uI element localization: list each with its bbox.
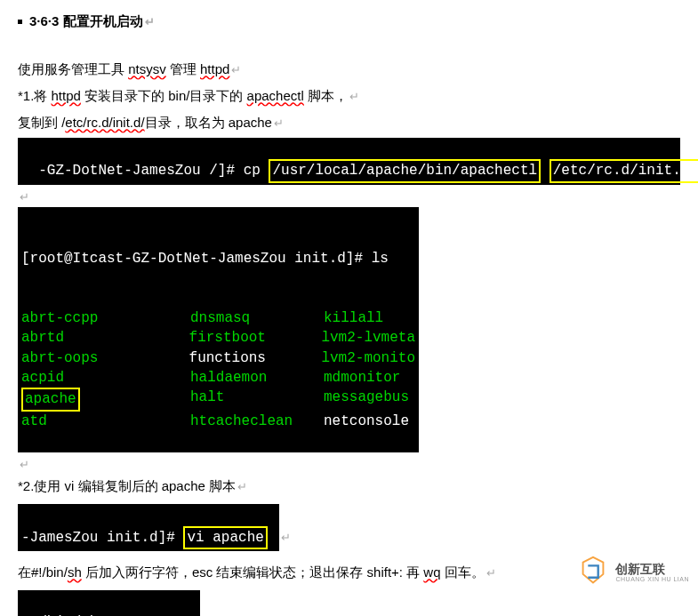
- watermark-main: 创新互联: [615, 563, 689, 576]
- ls-col3: killall: [324, 308, 383, 328]
- highlighted-path-dst: /etc/rc.d/init.d/apache: [550, 159, 698, 182]
- ls-col2: htcacheclean: [190, 412, 324, 431]
- ls-row: acpidhaldaemonmdmonitor: [21, 368, 415, 388]
- text-sh: sh: [68, 564, 82, 580]
- text: 回车。: [441, 564, 485, 580]
- watermark-logo-icon: [576, 556, 610, 589]
- return-char: ↵: [20, 190, 29, 204]
- watermark-text-wrap: 创新互联 CHUANG XIN HU LIAN: [615, 563, 689, 582]
- text-apachectl: apachectl: [247, 88, 304, 103]
- terminal-cp-command: -GZ-DotNet-JamesZou /]# cp /usr/local/ap…: [18, 138, 680, 185]
- return-char: ↵: [281, 531, 291, 544]
- text: 使用服务管理工具: [18, 61, 128, 76]
- text: 在#!/bin/: [18, 564, 68, 580]
- bullet-icon: [18, 20, 22, 24]
- ls-row: abrtdfirstbootlvm2-lvmeta: [21, 328, 415, 348]
- ls-col1: abrtd: [21, 328, 189, 348]
- text-httpd: httpd: [200, 61, 229, 76]
- intro-line: 使用服务管理工具 ntsysv 管理 httpd↵: [18, 57, 680, 81]
- prompt: -GZ-DotNet-JamesZou /]# cp: [38, 163, 269, 179]
- return-char: ↵: [20, 458, 29, 471]
- ls-col3: lvm2-monito: [321, 348, 415, 368]
- return-char: ↵: [237, 480, 247, 493]
- ls-col1: abrt-oops: [21, 348, 189, 368]
- return-char: ↵: [274, 116, 284, 130]
- ls-col3: lvm2-lvmeta: [321, 328, 415, 348]
- terminal-script-content: #!/bin/sh # #chkconfig:35 70 30 #descrip…: [18, 590, 200, 616]
- text: *1.将: [18, 88, 52, 103]
- ls-col2: haldaemon: [190, 368, 324, 388]
- section-heading: 3·6·3 配置开机启动 ↵: [18, 13, 680, 30]
- ls-row: apachehaltmessagebus: [21, 388, 415, 411]
- step-1: *1.将 httpd 安装目录下的 bin/目录下的 apachectl 脚本，…: [18, 84, 680, 108]
- terminal-vi-command: -JamesZou init.d]# vi apache: [18, 504, 279, 551]
- text-httpd: httpd: [52, 88, 81, 103]
- return-char: ↵: [231, 63, 241, 76]
- text: 脚本，: [304, 88, 348, 103]
- prompt: -JamesZou init.d]#: [21, 530, 183, 546]
- ls-col3: messagebus: [324, 388, 409, 411]
- ls-prompt: [root@Itcast-GZ-DotNet-JamesZou init.d]#…: [21, 249, 415, 268]
- text: 后加入两行字符，esc 结束编辑状态；退出保存 shift+: 再: [82, 564, 424, 580]
- ls-row: abrt-ccppdnsmasqkillall: [21, 308, 415, 328]
- ls-row: atdhtcachecleannetconsole: [21, 412, 415, 431]
- return-char: ↵: [145, 15, 155, 28]
- highlighted-path-src: /usr/local/apache/bin/apachectl: [269, 159, 541, 182]
- ls-col2: halt: [190, 388, 324, 411]
- return-char: ↵: [349, 90, 359, 103]
- step-2: *2.使用 vi 编辑复制后的 apache 脚本↵: [18, 478, 680, 495]
- text-path: etc/rc.d/init.d/: [65, 115, 144, 130]
- highlighted-cmd: vi apache: [183, 526, 267, 549]
- return-char: ↵: [486, 566, 496, 580]
- title-text: 3·6·3 配置开机启动: [29, 13, 143, 30]
- watermark-sub: CHUANG XIN HU LIAN: [615, 576, 689, 582]
- highlighted-file: apache: [21, 388, 80, 411]
- ls-col1: acpid: [21, 368, 190, 388]
- ls-row: abrt-oopsfunctionslvm2-monito: [21, 348, 415, 368]
- text: *2.使用 vi 编辑复制后的 apache 脚本: [18, 478, 236, 493]
- ls-col2: firstboot: [189, 328, 322, 348]
- script-line: #!/bin/sh: [21, 612, 197, 616]
- ls-col1: apache: [21, 388, 190, 411]
- text: 管理: [166, 61, 200, 76]
- text-ntsysv: ntsysv: [128, 61, 166, 76]
- copy-line: 复制到 /etc/rc.d/init.d/目录，取名为 apache↵: [18, 110, 680, 134]
- ls-col3: mdmonitor: [324, 368, 400, 388]
- ls-col2: functions: [189, 348, 322, 368]
- ls-col3: netconsole: [324, 412, 409, 431]
- watermark: 创新互联 CHUANG XIN HU LIAN: [576, 556, 689, 589]
- text: 目录，取名为 apache: [145, 115, 272, 130]
- text: 复制到 /: [18, 115, 65, 130]
- terminal-ls-output: [root@Itcast-GZ-DotNet-JamesZou init.d]#…: [18, 207, 419, 453]
- ls-col1: abrt-ccpp: [21, 308, 190, 328]
- text: 安装目录下的 bin/目录下的: [81, 88, 247, 103]
- ls-col2: dnsmasq: [190, 308, 324, 328]
- ls-col1: atd: [21, 412, 190, 431]
- text-wq: wq: [423, 564, 440, 580]
